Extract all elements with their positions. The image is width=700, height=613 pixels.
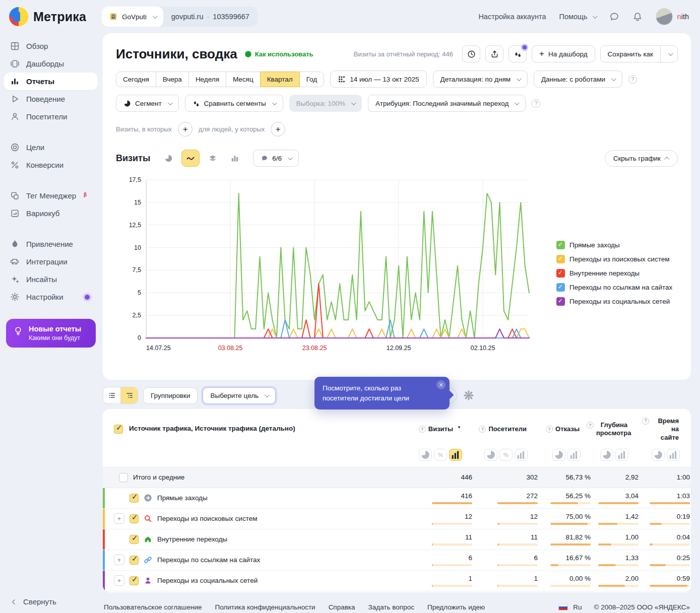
time-bars-format-button[interactable]	[667, 449, 680, 461]
sidebar-item[interactable]: Поведение	[4, 90, 98, 108]
row-checkbox[interactable]	[130, 535, 139, 544]
date-range-button[interactable]: 14 июл — 13 окт 2025	[330, 71, 426, 88]
add-people-filter-button[interactable]: +	[271, 122, 285, 137]
hide-chart-button[interactable]: Скрыть график	[605, 150, 678, 167]
choose-goal-select[interactable]: Выберите цель	[203, 387, 276, 404]
visits-percent-format-button[interactable]: %	[434, 449, 447, 461]
footer-link[interactable]: Справка	[329, 603, 355, 611]
source-label[interactable]: Переходы из поисковых систем	[157, 515, 257, 522]
chat-icon[interactable]	[609, 12, 619, 22]
sidebar-item[interactable]: Дашборды	[4, 55, 98, 73]
period-tab[interactable]: Квартал	[260, 72, 300, 87]
avatar[interactable]	[656, 8, 673, 25]
tree-view-button[interactable]	[120, 387, 138, 403]
chart-type-area-button[interactable]	[204, 150, 222, 167]
chart-type-line-button[interactable]	[181, 150, 200, 167]
legend-checkbox[interactable]	[556, 297, 565, 306]
legend-checkbox[interactable]	[556, 255, 565, 263]
compare-segments-button[interactable]: Сравнить сегменты	[185, 95, 283, 112]
bounces-bars-format-button[interactable]	[567, 449, 581, 461]
row-checkbox[interactable]	[119, 473, 128, 482]
schedule-button[interactable]	[462, 45, 480, 62]
visitors-bars-format-button[interactable]	[515, 449, 528, 461]
period-tab[interactable]: Месяц	[226, 72, 261, 87]
column-depth[interactable]: ? Глубина просмотра	[581, 421, 628, 438]
legend-item[interactable]: Переходы по ссылкам на сайтах	[556, 283, 672, 292]
source-label[interactable]: Переходы из социальных сетей	[157, 577, 258, 584]
visitors-pie-format-button[interactable]	[484, 449, 497, 461]
detalization-select[interactable]: Детализация: по дням	[433, 71, 528, 88]
legend-checkbox[interactable]	[556, 269, 565, 278]
sidebar-item[interactable]: Посетители	[4, 108, 98, 125]
counter-select[interactable]: GoVputi	[102, 7, 163, 27]
depth-bars-format-button[interactable]	[615, 449, 628, 461]
column-visitors[interactable]: ? Посетители	[462, 425, 528, 433]
time-pie-format-button[interactable]	[652, 449, 665, 461]
add-visit-filter-button[interactable]: +	[178, 122, 193, 137]
column-time-on-site[interactable]: ? Время на сайте	[628, 417, 680, 442]
sidebar-item[interactable]: Вариокуб	[4, 205, 98, 222]
sidebar-item[interactable]: Отчеты	[4, 73, 98, 90]
question-icon[interactable]: ?	[628, 75, 637, 84]
save-as-button[interactable]: Сохранить как	[601, 46, 660, 62]
visitors-percent-format-button[interactable]: %	[499, 449, 513, 461]
how-to-use-link[interactable]: i Как использовать	[244, 50, 313, 58]
footer-link[interactable]: Политика конфиденциальности	[215, 603, 315, 611]
attribution-select[interactable]: Атрибуция: Последний значимый переход	[368, 95, 526, 112]
source-label[interactable]: Переходы по ссылкам на сайтах	[157, 556, 260, 564]
close-icon[interactable]: ✕	[436, 380, 446, 389]
row-checkbox[interactable]	[130, 494, 139, 503]
visits-bars-format-button[interactable]	[449, 449, 462, 461]
chart-type-pie-button[interactable]	[159, 150, 177, 167]
chart-type-columns-button[interactable]	[226, 150, 244, 167]
save-as-menu-button[interactable]	[660, 46, 677, 62]
legend-item[interactable]: Переходы из поисковых систем	[556, 255, 672, 263]
legend-item[interactable]: Переходы из социальных сетей	[556, 297, 672, 306]
column-bounces[interactable]: ? Отказы	[528, 425, 581, 433]
bounces-pie-format-button[interactable]	[552, 449, 565, 461]
sidebar-item[interactable]: Инсайты	[4, 270, 98, 288]
period-tab[interactable]: Неделя	[188, 72, 226, 87]
account-settings-link[interactable]: Настройка аккаунта	[478, 13, 546, 21]
sampling-select[interactable]: Выборка: 100%	[289, 95, 362, 112]
language-label[interactable]: Ru	[573, 603, 582, 611]
legend-checkbox[interactable]	[556, 241, 565, 249]
sidebar-item[interactable]: Настройки	[4, 288, 98, 306]
metrics-select[interactable]: 6/6	[253, 150, 299, 167]
groupings-button[interactable]: Группировки	[143, 387, 198, 404]
sidebar-item[interactable]: Цели	[4, 139, 98, 156]
row-checkbox[interactable]	[130, 576, 139, 585]
segment-button[interactable]: Сегмент	[116, 95, 179, 112]
data-mode-select[interactable]: Данные: с роботами	[534, 71, 622, 88]
legend-item[interactable]: Внутренние переходы	[556, 269, 672, 278]
footer-link[interactable]: Пользовательское соглашение	[104, 603, 202, 611]
sidebar-item[interactable]: Конверсии	[4, 156, 98, 174]
bell-icon[interactable]	[632, 12, 643, 22]
add-to-dashboard-button[interactable]: + На дашборд	[532, 45, 595, 62]
question-icon[interactable]: ?	[532, 99, 540, 108]
select-all-checkbox[interactable]	[114, 425, 123, 434]
collapse-sidebar-button[interactable]: Свернуть	[6, 593, 60, 610]
period-tab[interactable]: Год	[299, 72, 325, 87]
visits-pie-format-button[interactable]	[419, 449, 432, 461]
sidebar-item[interactable]: Тег Менеджерβ	[4, 187, 98, 205]
sidebar-item[interactable]: Интеграции	[4, 253, 98, 270]
row-checkbox[interactable]	[130, 556, 139, 565]
comments-button[interactable]	[508, 45, 527, 62]
period-tab[interactable]: Вчера	[156, 72, 189, 87]
source-label[interactable]: Внутренние переходы	[157, 535, 227, 543]
gear-icon[interactable]	[463, 390, 474, 401]
sidebar-item[interactable]: Обзор	[4, 37, 98, 55]
help-menu[interactable]: Помощь	[559, 13, 596, 21]
footer-link[interactable]: Задать вопрос	[368, 603, 414, 611]
list-view-button[interactable]	[103, 387, 120, 403]
period-tab[interactable]: Сегодня	[116, 72, 156, 87]
new-reports-promo[interactable]: Новые отчеты Какими они будут	[6, 319, 96, 348]
footer-link[interactable]: Предложить идею	[427, 603, 485, 611]
row-checkbox[interactable]	[130, 514, 139, 523]
source-label[interactable]: Прямые заходы	[157, 494, 208, 502]
depth-pie-format-button[interactable]	[600, 449, 613, 461]
legend-checkbox[interactable]	[556, 283, 565, 292]
column-visits[interactable]: ? Визиты▼	[407, 425, 462, 433]
expand-button[interactable]: +	[114, 555, 124, 565]
